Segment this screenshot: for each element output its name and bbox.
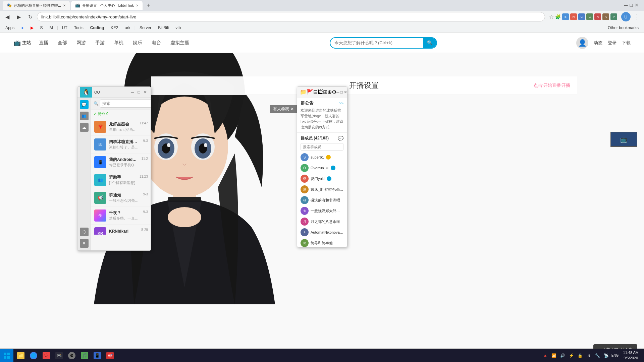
group-panel-image-icon[interactable]: 🖼 [318, 89, 323, 95]
taskbar-file-explorer[interactable]: 📁 [15, 350, 27, 362]
chat-item-longxia[interactable]: 🦞 龙虾品鉴会 单推man:[动画表情] 11:47 [91, 118, 151, 136]
group-panel-gear-icon[interactable]: ⚙ [332, 89, 336, 95]
sidebar-chat-icon[interactable]: 💬 [80, 100, 89, 109]
nav-single[interactable]: 单机 [113, 39, 125, 47]
new-tab-button[interactable]: + [144, 1, 153, 10]
nav-radio[interactable]: 电台 [150, 39, 162, 47]
start-live-hint[interactable]: 点击'开始直播'开播 [534, 82, 570, 88]
extensions-icon[interactable]: 🧩 [555, 14, 561, 19]
bili-nav-zhuzhan[interactable]: 主站 [22, 40, 31, 46]
member-yanyoki[interactable]: 炎 炎门yoki [301, 173, 343, 184]
tab-2-close[interactable]: ✕ [136, 4, 139, 7]
sidebar-contacts-icon[interactable]: 👥 [80, 112, 89, 120]
qq-window-minimize[interactable]: ─ [130, 89, 135, 95]
chat-item-qunzhu[interactable]: 👥 群助手 [1个群有新消息] 11:23 [91, 171, 151, 189]
member-pengxi[interactable]: 碰 碰洗的海和非洲唱 [301, 195, 343, 205]
ext-1[interactable]: B [562, 13, 569, 20]
member-jianxun[interactable]: 简 简寻和简半仙 [301, 238, 343, 247]
nav-entertainment[interactable]: 娱乐 [131, 39, 144, 47]
member-taitaro[interactable]: 太 一般强汉郑太郎（群老公） [301, 205, 343, 216]
group-panel-add-icon[interactable]: ⊕ [327, 89, 332, 95]
window-maximize[interactable]: □ [630, 2, 633, 8]
nav-mobile[interactable]: 手游 [94, 39, 106, 47]
bookmark-star[interactable]: ☆ [549, 14, 554, 20]
tray-icon-2[interactable]: 📶 [551, 352, 557, 359]
start-button[interactable] [0, 349, 13, 362]
window-close[interactable]: ✕ [635, 2, 639, 8]
taskbar-app7[interactable]: 📱 [91, 350, 103, 362]
member-super61[interactable]: S super61 [301, 152, 343, 163]
taskbar-browser[interactable]: 🌐 [28, 350, 40, 362]
tray-keyboard-lang[interactable]: ENG [612, 352, 619, 359]
action-dynamic[interactable]: 动态 [594, 40, 602, 46]
group-panel-layout-icon[interactable]: ⊟ [313, 89, 318, 95]
announcement-more[interactable]: >> [339, 101, 343, 105]
refresh-button[interactable]: ↻ [25, 12, 35, 21]
tab-2[interactable]: 📺 开播设置 - 个人中心 - bilibili link ✕ [71, 1, 143, 10]
bookmark-bilibili[interactable]: BiliBili [155, 24, 171, 31]
search-input[interactable] [330, 40, 423, 45]
group-panel-grid-icon[interactable]: ⊞ [323, 89, 327, 95]
nav-vtuber[interactable]: 虚拟主播 [169, 39, 191, 47]
chat-item-qianye[interactable]: 夜 千夜？ 然后多些、一直做、就发... 9-3 [91, 207, 151, 225]
taskbar-settings[interactable]: ⚙ [66, 350, 78, 362]
taskbar-antivirus[interactable]: 🛡 [40, 350, 52, 362]
group-panel-settings-icon[interactable]: 📁 [300, 89, 307, 95]
address-bar[interactable] [37, 12, 545, 21]
tray-icon-6[interactable]: 🖨 [586, 352, 592, 359]
ext-5[interactable]: R [594, 13, 601, 20]
tray-icon-8[interactable]: 📡 [603, 352, 610, 359]
member-edit-icon[interactable]: ✏ [326, 166, 329, 170]
action-download[interactable]: 下载 [622, 40, 631, 46]
members-message-icon[interactable]: 💬 [338, 136, 343, 141]
ext-4[interactable]: G [586, 13, 593, 20]
taskbar-clock[interactable]: 11:48 AM 9/5/2020 [621, 350, 641, 361]
bookmark-youtube[interactable]: ▶ [28, 24, 36, 31]
bilibili-logo[interactable]: 📺 主站 [13, 39, 31, 47]
tab-1[interactable]: 🎭 冰糖的冰糖直播－哔哩哔哩... ✕ [3, 1, 70, 10]
qq-window-close[interactable]: ✕ [143, 89, 148, 95]
group-win-minimize[interactable]: ─ [336, 90, 339, 95]
search-button[interactable]: 🔍 [423, 37, 436, 49]
qq-window-maximize[interactable]: □ [136, 89, 142, 95]
ext-6[interactable]: A [602, 13, 609, 20]
sidebar-cloud-icon[interactable]: ☁ [80, 123, 89, 132]
chat-item-quntongzhi[interactable]: 📢 群通知 一般不怎么闪亮的量串通通... 9-3 [91, 189, 151, 207]
bookmark-ark[interactable]: ark [122, 24, 133, 31]
taskbar-game1[interactable]: 🎮 [53, 350, 65, 362]
ext-7[interactable]: P [610, 13, 617, 20]
bookmark-ut[interactable]: UT [59, 24, 70, 31]
bookmark-coding[interactable]: Coding [88, 24, 107, 31]
other-bookmarks[interactable]: Other bookmarks [605, 24, 641, 31]
back-button[interactable]: ◀ [3, 12, 12, 21]
nav-live[interactable]: 直播 [38, 39, 50, 47]
sidebar-menu-icon[interactable]: ≡ [80, 239, 89, 248]
bookmark-server[interactable]: Server [137, 24, 154, 31]
browser-menu[interactable]: ⋮ [633, 13, 641, 20]
bookmark-kf2[interactable]: KF2 [108, 24, 121, 31]
chat-item-krn[interactable]: KR KRNhikari =w= 8-29 [91, 225, 151, 235]
tray-icon-7[interactable]: 🔧 [594, 352, 601, 359]
tray-icon-5[interactable]: 🔒 [577, 352, 584, 359]
members-search[interactable] [301, 143, 343, 150]
sidebar-settings-icon[interactable]: ⬡ [80, 228, 89, 236]
tab-1-close[interactable]: ✕ [63, 4, 66, 7]
user-profile-icon[interactable]: U [621, 12, 631, 21]
member-yuezhi[interactable]: 月 月之都的八意永琳 [301, 216, 343, 227]
bookmark-s[interactable]: S [38, 24, 46, 31]
tray-icon-1[interactable]: 🔺 [542, 352, 549, 359]
forward-button[interactable]: ▶ [14, 12, 23, 21]
taskbar-app6[interactable]: 🎵 [78, 350, 91, 362]
nav-netgame[interactable]: 网游 [75, 39, 87, 47]
chat-item-android[interactable]: 📱 我的Android手机 你已登录手机QQ，可... 11:2 [91, 154, 151, 171]
group-notification-overlay[interactable]: 有人@我 ✕ [270, 105, 297, 113]
bookmark-vtb[interactable]: vtb [173, 24, 183, 31]
tray-icon-4[interactable]: ⚡ [568, 352, 575, 359]
bookmark-apps[interactable]: Apps [3, 24, 17, 31]
member-scarlet[interactable]: 戴 戴逸_斯卡雷特official [301, 184, 343, 195]
taskbar-app8[interactable]: 🎯 [104, 350, 116, 362]
bookmark-google[interactable]: ● [18, 24, 26, 31]
bookmark-tools[interactable]: Tools [71, 24, 86, 31]
user-avatar[interactable]: 👤 [576, 37, 588, 49]
action-login[interactable]: 登录 [608, 40, 616, 46]
